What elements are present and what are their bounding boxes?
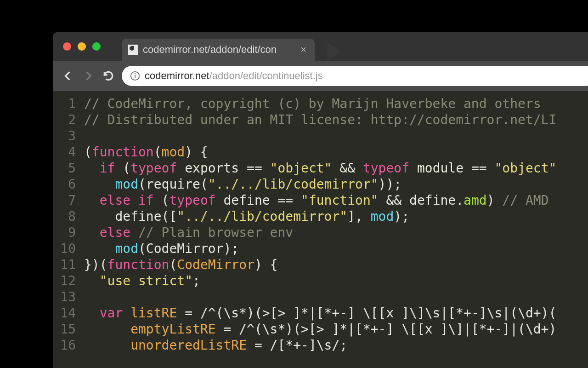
code-line: mod(CodeMirror); [84, 241, 556, 257]
close-window-button[interactable] [63, 42, 71, 51]
code-line: // Distributed under an MIT license: htt… [84, 112, 556, 128]
back-button[interactable] [61, 69, 75, 83]
code-line: "use strict"; [84, 273, 556, 289]
line-number: 6 [53, 176, 76, 192]
line-number: 10 [53, 241, 76, 257]
code-line: if (typeof exports == "object" && typeof… [84, 160, 556, 176]
line-number: 5 [53, 160, 76, 176]
tab-bar: codemirror.net/addon/edit/con × [53, 32, 588, 61]
browser-window: codemirror.net/addon/edit/con × codemirr… [53, 32, 588, 368]
site-info-icon[interactable] [130, 71, 140, 81]
url-text: codemirror.net/addon/edit/continuelist.j… [145, 70, 323, 82]
code-line: else if (typeof define == "function" && … [84, 192, 556, 208]
line-number-gutter: 12345678910111213141516 [53, 91, 79, 368]
forward-button[interactable] [81, 69, 95, 83]
code-line: else // Plain browser env [84, 224, 556, 241]
line-number: 1 [53, 96, 76, 112]
code-content[interactable]: // CodeMirror, copyright (c) by Marijn H… [79, 91, 556, 368]
line-number: 3 [53, 128, 76, 144]
reload-button[interactable] [102, 69, 115, 83]
code-line: (function(mod) { [84, 144, 556, 160]
line-number: 16 [53, 337, 76, 353]
line-number: 7 [53, 192, 76, 208]
line-number: 13 [53, 289, 76, 305]
code-line: emptyListRE = /^(\s*)(>[> ]*|[*+-] \[[x … [84, 321, 556, 337]
line-number: 14 [53, 305, 76, 321]
favicon-icon [128, 45, 138, 55]
svg-point-2 [135, 74, 136, 74]
url-host: codemirror.net [145, 70, 209, 81]
tab-title: codemirror.net/addon/edit/con [143, 44, 296, 56]
line-number: 15 [53, 321, 76, 337]
url-bar[interactable]: codemirror.net/addon/edit/continuelist.j… [122, 66, 588, 86]
code-line: // CodeMirror, copyright (c) by Marijn H… [84, 96, 556, 112]
code-line: unorderedListRE = /[*+-]\s/; [84, 337, 556, 353]
traffic-lights [53, 42, 101, 51]
line-number: 12 [53, 273, 76, 289]
line-number: 11 [53, 257, 76, 273]
minimize-window-button[interactable] [78, 42, 86, 51]
code-editor[interactable]: 12345678910111213141516 // CodeMirror, c… [53, 91, 588, 368]
maximize-window-button[interactable] [92, 42, 101, 51]
code-line: mod(require("../../lib/codemirror")); [84, 176, 556, 192]
code-line: })(function(CodeMirror) { [84, 257, 556, 273]
code-line [84, 289, 556, 305]
code-line: var listRE = /^(\s*)(>[> ]*|[*+-] \[[x ]… [84, 305, 556, 321]
line-number: 8 [53, 208, 76, 224]
browser-tab[interactable]: codemirror.net/addon/edit/con × [122, 39, 315, 61]
line-number: 4 [53, 144, 76, 160]
line-number: 9 [53, 224, 76, 241]
url-path: /addon/edit/continuelist.js [209, 70, 323, 81]
line-number: 2 [53, 112, 76, 128]
close-tab-button[interactable]: × [300, 44, 306, 56]
code-line [84, 128, 556, 144]
browser-toolbar: codemirror.net/addon/edit/continuelist.j… [53, 61, 588, 91]
code-line: define(["../../lib/codemirror"], mod); [84, 208, 556, 224]
